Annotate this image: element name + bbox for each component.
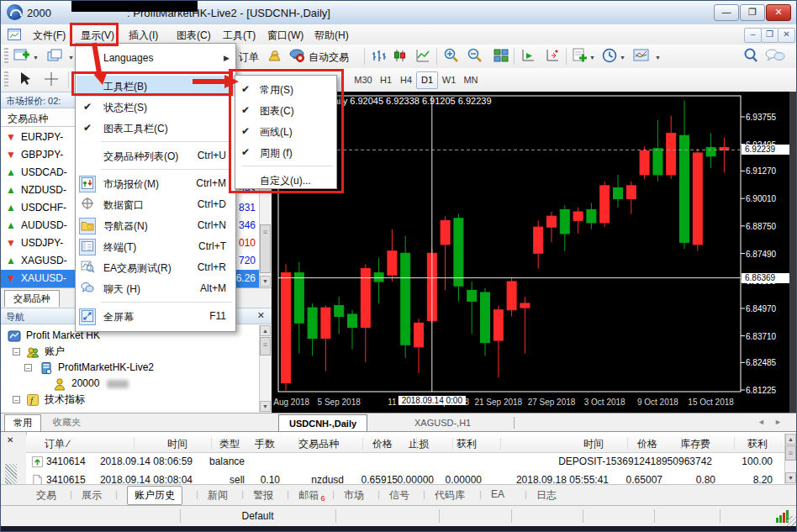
terminal-tab-4[interactable]: 新闻 — [208, 488, 228, 503]
scroll-thumb[interactable] — [785, 445, 796, 461]
chart-tab-2[interactable]: XAGUSD-,H1 — [404, 414, 481, 431]
menubar-item-5[interactable]: 工具(T) — [219, 27, 260, 45]
scroll-up-button[interactable]: ▲ — [785, 434, 796, 445]
column-header-6[interactable]: 价格 — [372, 437, 393, 451]
column-header-12[interactable]: 获利 — [747, 437, 768, 451]
scroll-down-button[interactable]: ▼ — [260, 401, 271, 412]
restore-button[interactable]: ❐ — [740, 4, 765, 21]
timeframe-M30[interactable]: M30 — [351, 71, 376, 89]
view-menu-item-[interactable]: 数据窗口Ctrl+D — [77, 194, 235, 215]
terminal-tab-9[interactable]: 代码库 — [435, 488, 465, 503]
terminal-tab-6[interactable]: 邮箱 6 — [298, 488, 325, 503]
chart-shift-icon[interactable] — [544, 47, 562, 66]
view-menu-item-t[interactable]: 终端(T)Ctrl+T — [77, 236, 235, 257]
search-icon[interactable] — [742, 47, 761, 66]
auto-scroll-icon[interactable] — [520, 47, 538, 66]
resize-grip[interactable] — [787, 516, 797, 526]
column-header-2[interactable]: 时间 — [167, 437, 187, 451]
column-header-3[interactable]: 类型 — [219, 437, 240, 451]
terminal-tab-2[interactable]: 展示 — [82, 488, 102, 503]
tree-item-2[interactable]: –账户 — [1, 344, 253, 360]
view-menu-item-ear[interactable]: EA交易测试(R)Ctrl+R — [77, 257, 235, 278]
minimize-button[interactable]: — — [714, 4, 739, 21]
view-menu-item-h[interactable]: 聊天 (H)Alt+M — [77, 278, 235, 299]
column-header-5[interactable]: 交易品种 — [298, 437, 339, 451]
column-header-1[interactable]: 订单 ∕ — [45, 437, 69, 451]
tree-item-5[interactable]: –f技术指标 — [1, 392, 253, 408]
menubar-item-7[interactable]: 帮助(H) — [310, 27, 353, 45]
navigator-close-icon[interactable]: ✕ — [257, 310, 265, 321]
timeframe-H4[interactable]: H4 — [396, 71, 416, 89]
crosshair-icon[interactable] — [43, 71, 61, 89]
tree-item-4[interactable]: 20000 — [1, 376, 253, 392]
menubar-item-6[interactable]: 窗口(W) — [263, 27, 308, 45]
terminal-tab-10[interactable]: EA — [491, 488, 504, 500]
bar-chart-icon[interactable] — [371, 47, 389, 66]
column-header-8[interactable]: 获利 — [457, 437, 477, 451]
toolbar-grip[interactable] — [4, 71, 8, 88]
terminal-tab-8[interactable]: 信号 — [389, 488, 409, 503]
tree-item-3[interactable]: –ProfitMarketHK-Live2 — [1, 360, 253, 376]
chat-icon[interactable] — [764, 47, 788, 66]
templates-icon[interactable] — [633, 47, 652, 66]
autotrade-icon[interactable] — [288, 47, 307, 66]
terminal-scrollbar[interactable]: ▲ ▼ — [784, 434, 797, 484]
menubar-item-1[interactable]: 文件(F) — [29, 27, 70, 45]
zoom-out-icon[interactable] — [467, 47, 485, 66]
tree-expander-icon[interactable]: – — [13, 348, 20, 356]
scroll-thumb[interactable] — [260, 337, 271, 356]
autotrade-button[interactable]: 自动交易 — [309, 50, 349, 65]
zoom-in-icon[interactable] — [443, 47, 462, 66]
close-button[interactable]: ✕ — [766, 4, 791, 21]
chart-window[interactable]: USDCNH-,Daily 6.92045 6.92338 6.91205 6.… — [272, 92, 797, 413]
terminal-close-icon[interactable]: ✕ — [7, 435, 13, 445]
terminal-tab-7[interactable]: 市场 — [344, 488, 364, 503]
navigator-scrollbar[interactable]: ▲ ▼ — [259, 325, 272, 413]
history-row-2[interactable]: 34106152018.09.14 08:08:04sell0.10nzdusd… — [26, 471, 784, 484]
column-header-7[interactable]: 止损 — [409, 437, 429, 451]
tab-symbols[interactable]: 交易品种 — [4, 290, 60, 307]
profiles-icon[interactable] — [46, 47, 65, 66]
column-header-10[interactable]: 价格 — [637, 437, 657, 451]
add-indicator-dropdown[interactable]: ▼ — [589, 55, 595, 61]
terminal-tab-11[interactable]: 日志 — [536, 488, 557, 503]
scroll-up-button[interactable]: ▲ — [260, 325, 271, 336]
periods-dropdown[interactable]: ▼ — [620, 55, 625, 61]
line-chart-icon[interactable] — [414, 47, 433, 66]
candlestick-icon[interactable] — [393, 47, 411, 66]
new-order-button[interactable]: 订单 — [239, 50, 259, 65]
history-row-1[interactable]: 34106142018.09.14 08:06:59balanceDEPOSIT… — [26, 453, 784, 472]
navigator-tab-common[interactable]: 常用 — [4, 414, 41, 431]
terminal-tab-3[interactable]: 账户历史 — [127, 486, 182, 505]
gold-icon[interactable] — [267, 47, 285, 66]
new-chart-icon[interactable] — [13, 47, 31, 66]
column-header-4[interactable]: 手数 — [255, 437, 275, 451]
navigator-tab-favorites[interactable]: 收藏夹 — [45, 414, 89, 430]
terminal-tab-5[interactable]: 警报 — [253, 488, 273, 503]
new-chart-dropdown[interactable]: ▼ — [33, 55, 39, 61]
timeframe-MN[interactable]: MN — [460, 71, 482, 89]
profile-indicator[interactable]: Default — [180, 510, 335, 522]
chart-tab-1[interactable]: USDCNH-,Daily — [278, 414, 367, 433]
periods-icon[interactable] — [601, 47, 620, 66]
view-menu-item-m[interactable]: 市场报价(M)Ctrl+M — [77, 173, 235, 194]
tree-expander-icon[interactable]: – — [24, 364, 32, 371]
terminal-tab-1[interactable]: 交易 — [36, 488, 56, 503]
child-minimize-button[interactable]: – — [744, 28, 762, 43]
view-menu-item-languages[interactable]: Languages▶ — [77, 48, 235, 69]
child-close-button[interactable]: ✕ — [778, 28, 795, 43]
menubar-item-4[interactable]: 图表(C) — [172, 27, 215, 45]
timeframe-D1[interactable]: D1 — [416, 71, 438, 89]
tab-scroll-left-icon[interactable]: ◄ — [757, 418, 765, 426]
child-restore-button[interactable]: ❐ — [761, 28, 779, 43]
tree-expander-icon[interactable]: – — [13, 396, 20, 403]
menubar-item-3[interactable]: 插入(I) — [124, 27, 162, 45]
scroll-down-button[interactable]: ▼ — [260, 276, 271, 287]
view-menu-item-n[interactable]: 导航器(N)Ctrl+N — [77, 215, 235, 236]
profiles-dropdown[interactable]: ▼ — [68, 55, 74, 61]
toolbar-grip[interactable] — [4, 48, 8, 65]
pointer-icon[interactable] — [16, 71, 34, 89]
tile-windows-icon[interactable] — [493, 47, 511, 66]
tab-scroll-right-icon[interactable]: ► — [774, 418, 782, 426]
templates-dropdown[interactable]: ▼ — [655, 55, 661, 61]
